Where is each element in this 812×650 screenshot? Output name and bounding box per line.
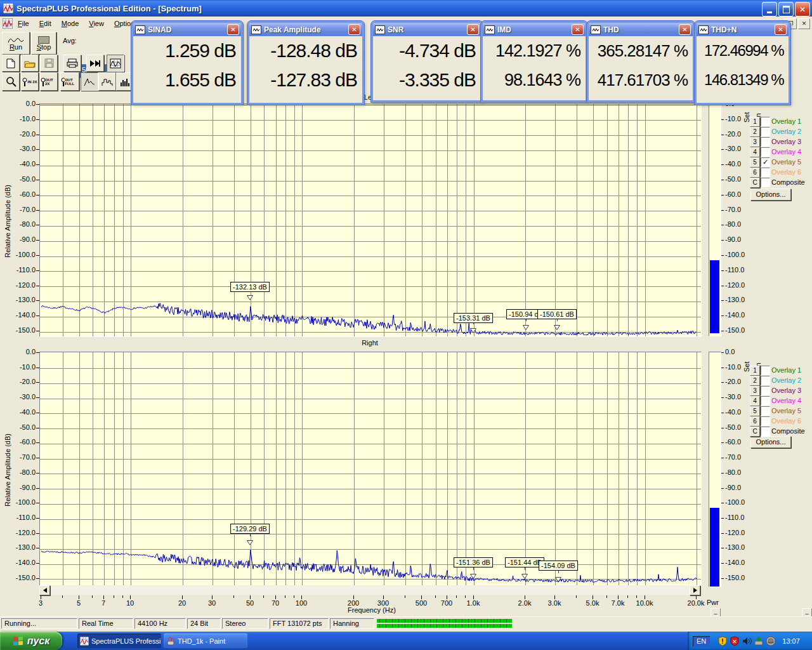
zoom-out-full-button[interactable]: OUT FULL xyxy=(60,72,79,91)
thd-titlebar[interactable]: THD✕ xyxy=(589,23,693,36)
overlay-set-button[interactable]: 2 xyxy=(750,376,760,386)
thd-meter-window[interactable]: THD✕ 365.28147 % 417.61703 % xyxy=(587,21,695,102)
close-icon[interactable]: ✕ xyxy=(467,24,479,35)
overlay-on-checkbox[interactable] xyxy=(761,366,770,375)
thdn-titlebar[interactable]: THD+N✕ xyxy=(697,23,789,36)
sinad-meter-window[interactable]: SINAD✕ 1.259 dB 1.655 dB xyxy=(131,21,243,105)
plot-h-scrollbar[interactable] xyxy=(39,585,700,595)
overlay-on-checkbox[interactable] xyxy=(761,376,770,385)
minimized-window-button[interactable]: _ xyxy=(710,608,721,617)
system-tray: EN ! ✕ 13:07 xyxy=(688,632,812,650)
open-folder-button[interactable] xyxy=(21,55,39,72)
stop-button[interactable]: Stop xyxy=(31,32,56,55)
overlay-set-button[interactable]: C xyxy=(750,178,760,188)
peak-amplitude-meter-window[interactable]: Peak Amplitude✕ -128.48 dB -127.83 dB xyxy=(247,21,364,105)
x-minor-tick-mark xyxy=(696,595,697,598)
meter-tick-mark xyxy=(721,368,724,368)
close-button[interactable]: ✕ xyxy=(795,2,810,17)
minimized-window-button[interactable]: _ xyxy=(802,608,812,617)
fast-forward-button[interactable] xyxy=(86,55,104,72)
overlay-set-button[interactable]: 3 xyxy=(750,137,760,147)
close-icon[interactable]: ✕ xyxy=(572,24,584,35)
meter-tick-mark xyxy=(721,473,724,474)
overlay-set-button[interactable]: 4 xyxy=(750,147,760,157)
overlay-set-button[interactable]: C xyxy=(750,427,760,437)
menu-file[interactable]: File xyxy=(13,18,34,29)
overlay-on-checkbox[interactable] xyxy=(761,137,770,147)
zoom-in-2x-button[interactable]: IN 2X xyxy=(21,72,39,91)
line-plot-type-button[interactable] xyxy=(81,72,98,91)
close-icon[interactable]: ✕ xyxy=(348,24,360,35)
overlay-on-checkbox[interactable] xyxy=(761,147,770,157)
imd-meter-window[interactable]: IMD✕ 142.1927 % 98.1643 % xyxy=(481,21,587,102)
overlay-options-button[interactable]: Options... xyxy=(750,189,791,201)
scroll-right-button[interactable] xyxy=(690,585,700,595)
meter-tick-label: -70.0 xyxy=(725,206,741,213)
overlay-set-button[interactable]: 6 xyxy=(750,416,760,427)
overlay-options-button[interactable]: Options... xyxy=(750,436,791,448)
meter-tick-mark xyxy=(721,135,724,135)
overlay-set-button[interactable]: 3 xyxy=(750,386,760,396)
volume-icon[interactable] xyxy=(742,636,752,646)
imd-value-left: 142.1927 % xyxy=(483,36,586,65)
save-button[interactable] xyxy=(40,55,58,72)
security-alert-shield-icon[interactable]: ! xyxy=(717,636,728,646)
close-icon[interactable]: ✕ xyxy=(775,24,787,35)
snr-titlebar[interactable]: SNR✕ xyxy=(373,23,481,36)
overlay-on-checkbox[interactable] xyxy=(761,127,770,136)
meter-tick-mark xyxy=(721,331,724,331)
overlay-label: Overlay 5 xyxy=(771,158,801,166)
mdi-close-button[interactable]: ✕ xyxy=(798,18,810,29)
overlay-set-button[interactable]: 5 xyxy=(750,157,760,168)
clock[interactable]: 13:07 xyxy=(782,637,800,645)
overlay-on-checkbox[interactable] xyxy=(761,386,770,395)
overlay-set-button[interactable]: 5 xyxy=(750,406,760,416)
snr-meter-window[interactable]: SNR✕ -4.734 dB -3.335 dB xyxy=(371,21,483,102)
window-titlebar[interactable]: SpectraPLUS Professional Edition - [Spec… xyxy=(0,0,812,17)
start-button[interactable]: пуск xyxy=(0,632,62,650)
close-icon[interactable]: ✕ xyxy=(227,24,239,35)
scroll-left-button[interactable] xyxy=(39,585,50,595)
spectralab-tray-icon[interactable] xyxy=(766,636,776,646)
safely-remove-hardware-icon[interactable] xyxy=(754,636,764,646)
overlay-set-button[interactable]: 4 xyxy=(750,396,760,406)
maximize-button[interactable] xyxy=(778,2,794,17)
bottom-spectrum-plot[interactable] xyxy=(39,352,702,587)
print-button[interactable] xyxy=(63,55,81,72)
zoom-out-2x-button[interactable]: OUT 2X xyxy=(40,72,58,91)
zoom-button[interactable] xyxy=(2,72,20,91)
overlay-on-checkbox[interactable]: ✓ xyxy=(761,157,770,167)
overlay-on-checkbox[interactable] xyxy=(761,416,770,426)
menu-view[interactable]: View xyxy=(84,18,109,29)
overlay-set-button[interactable]: 2 xyxy=(750,127,760,137)
run-button[interactable]: Run xyxy=(2,32,30,55)
peak-amplitude-titlebar[interactable]: Peak Amplitude✕ xyxy=(249,23,362,36)
menu-mode[interactable]: Mode xyxy=(56,18,84,29)
overlay-set-button[interactable]: 1 xyxy=(750,366,760,376)
menu-edit[interactable]: Edit xyxy=(34,18,56,29)
minimize-button[interactable] xyxy=(762,2,777,17)
overlay-on-checkbox[interactable] xyxy=(761,168,770,177)
new-file-button[interactable] xyxy=(2,55,20,72)
overlay-on-checkbox[interactable] xyxy=(761,396,770,406)
step-plot-type-button[interactable] xyxy=(98,72,116,91)
top-spectrum-plot[interactable] xyxy=(39,103,702,337)
thdn-meter-window[interactable]: THD+N✕ 172.46994 % 146.81349 % xyxy=(695,21,790,105)
meter-tick-label: -50.0 xyxy=(725,175,741,183)
security-error-shield-icon[interactable]: ✕ xyxy=(730,636,740,646)
overlay-set-button[interactable]: 6 xyxy=(750,168,760,178)
sinad-titlebar[interactable]: SINAD✕ xyxy=(133,23,241,36)
overlay-on-checkbox[interactable] xyxy=(761,117,770,126)
close-icon[interactable]: ✕ xyxy=(679,24,691,35)
x-minor-tick-mark xyxy=(383,595,384,598)
overlay-on-checkbox[interactable] xyxy=(761,427,770,436)
overlay-on-checkbox[interactable] xyxy=(761,406,770,416)
status-channels: Stereo xyxy=(222,618,268,629)
imd-titlebar[interactable]: IMD✕ xyxy=(483,23,586,36)
overlay-on-checkbox[interactable] xyxy=(761,178,770,187)
language-indicator[interactable]: EN xyxy=(693,636,710,646)
spectrum-view-button[interactable] xyxy=(107,55,124,72)
task-spectraplus[interactable]: SpectraPLUS Professi... xyxy=(77,633,161,648)
task-paint[interactable]: THD_1k - Paint xyxy=(164,633,247,648)
overlay-set-button[interactable]: 1 xyxy=(750,117,760,127)
